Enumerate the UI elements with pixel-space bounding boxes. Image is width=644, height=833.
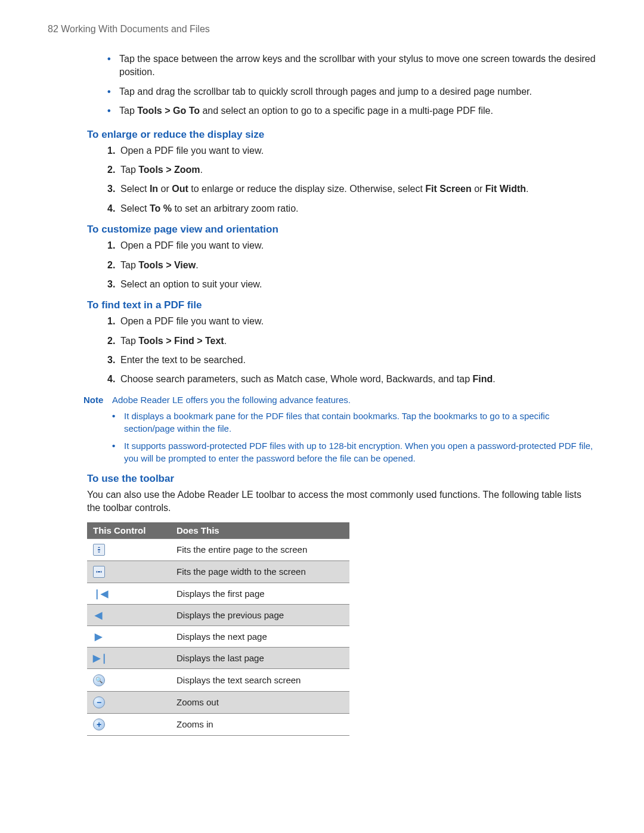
list-item: Tap and drag the scrollbar tab to quickl… — [107, 85, 596, 98]
page-header: 82 Working With Documents and Files — [48, 24, 596, 35]
section-heading-find: To find text in a PDF file — [87, 299, 596, 311]
table-cell-desc: Displays the text search screen — [171, 668, 349, 691]
fit-page-icon — [93, 544, 105, 556]
section-heading-toolbar: To use the toolbar — [87, 473, 596, 485]
table-row: Fits the page width to the screen — [87, 561, 349, 583]
list-item: Select To % to set an arbitrary zoom rat… — [107, 202, 596, 215]
zoom-in-icon: + — [93, 719, 105, 730]
note-lead: Adobe Reader LE offers you the following… — [112, 395, 351, 405]
table-row: − Zooms out — [87, 691, 349, 713]
list-item: Open a PDF file you want to view. — [107, 144, 596, 157]
section-heading-enlarge: To enlarge or reduce the display size — [87, 129, 596, 141]
table-row: ▶❘ Displays the last page — [87, 647, 349, 668]
table-cell-desc: Displays the previous page — [171, 604, 349, 625]
toolbar-intro: You can also use the Adobe Reader LE too… — [87, 488, 596, 515]
table-cell-desc: Displays the first page — [171, 583, 349, 604]
list-item: Tap Tools > Go To and select an option t… — [107, 104, 596, 117]
zoom-out-icon: − — [93, 696, 105, 708]
note-label: Note — [83, 395, 112, 405]
table-row: 🔍 Displays the text search screen — [87, 668, 349, 691]
list-item: Select In or Out to enlarge or reduce th… — [107, 182, 596, 196]
table-row: ❘◀ Displays the first page — [87, 583, 349, 604]
list-item: Tap Tools > Find > Text. — [107, 335, 596, 348]
note-block: Note Adobe Reader LE offers you the foll… — [83, 395, 596, 405]
list-item: Select an option to suit your view. — [107, 278, 596, 291]
next-page-icon: ▶ — [93, 631, 104, 642]
steps-find: Open a PDF file you want to view. Tap To… — [48, 315, 596, 386]
table-header-does: Does This — [171, 522, 349, 539]
steps-enlarge: Open a PDF file you want to view. Tap To… — [48, 144, 596, 216]
list-item: It displays a bookmark pane for the PDF … — [112, 410, 596, 435]
list-item: It supports password-protected PDF files… — [112, 439, 596, 465]
table-row: ◀ Displays the previous page — [87, 604, 349, 625]
list-item: Tap Tools > View. — [107, 259, 596, 272]
list-item: Tap the space between the arrow keys and… — [107, 52, 596, 79]
table-cell-desc: Displays the last page — [171, 647, 349, 668]
table-row: Fits the entire page to the screen — [87, 538, 349, 561]
page-number: 82 — [48, 24, 58, 34]
list-item: Enter the text to be searched. — [107, 354, 596, 367]
intro-bullet-list: Tap the space between the arrow keys and… — [48, 52, 596, 118]
table-cell-desc: Zooms in — [171, 713, 349, 735]
last-page-icon: ▶❘ — [93, 652, 104, 664]
list-item: Open a PDF file you want to view. — [107, 239, 596, 252]
list-item: Choose search parameters, such as Match … — [107, 373, 596, 386]
toolbar-controls-table: This Control Does This Fits the entire p… — [87, 522, 349, 736]
first-page-icon: ❘◀ — [93, 588, 104, 599]
search-icon: 🔍 — [93, 674, 105, 686]
fit-width-icon — [93, 566, 105, 578]
chapter-title: Working With Documents and Files — [61, 24, 210, 34]
list-item: Open a PDF file you want to view. — [107, 315, 596, 328]
table-row: + Zooms in — [87, 713, 349, 735]
table-cell-desc: Zooms out — [171, 691, 349, 713]
table-header-control: This Control — [87, 522, 171, 539]
steps-customize: Open a PDF file you want to view. Tap To… — [48, 239, 596, 291]
table-cell-desc: Displays the next page — [171, 625, 349, 647]
section-heading-customize: To customize page view and orientation — [87, 224, 596, 236]
table-cell-desc: Fits the page width to the screen — [171, 561, 349, 583]
table-row: ▶ Displays the next page — [87, 625, 349, 647]
list-item: Tap Tools > Zoom. — [107, 163, 596, 176]
note-bullets: It displays a bookmark pane for the PDF … — [48, 410, 596, 465]
table-cell-desc: Fits the entire page to the screen — [171, 538, 349, 561]
prev-page-icon: ◀ — [93, 609, 104, 621]
